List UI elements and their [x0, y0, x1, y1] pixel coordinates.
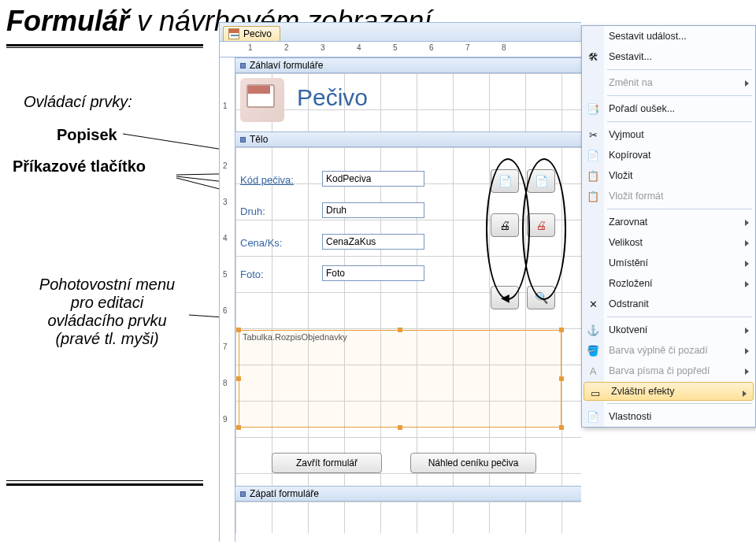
menu-item[interactable]: 📋Vložit	[582, 165, 755, 186]
menu-item-icon: 📑	[586, 102, 600, 116]
subform-control[interactable]: Tabulka.RozpisObjednavky	[239, 330, 561, 428]
menu-item-label: Ukotvení	[609, 324, 647, 335]
text-field[interactable]: CenaZaKus	[322, 234, 424, 250]
section-bar-body[interactable]: Tělo	[235, 131, 581, 147]
section-header-label: Záhlaví formuláře	[250, 60, 323, 71]
text-field[interactable]: Druh	[322, 202, 424, 218]
menu-item[interactable]: 🛠Sestavit...	[582, 46, 755, 67]
section-body-area[interactable]: Kód pečiva: KodPeciva Druh: Druh Cena/Ks…	[235, 147, 581, 486]
ruler-tick: 6	[223, 306, 228, 315]
annotation-command-button: Příkazové tlačítko	[13, 157, 146, 176]
menu-item-label: Sestavit...	[609, 51, 652, 62]
menu-item-label: Zvláštní efekty	[611, 386, 675, 397]
menu-item[interactable]: Rozložení	[582, 273, 755, 294]
menu-item-icon: 📋	[586, 189, 600, 203]
field-label[interactable]: Druh:	[240, 206, 265, 217]
annotation-label: Popisek	[57, 126, 117, 144]
tab-bar: Pecivo	[220, 23, 581, 42]
menu-separator	[607, 121, 752, 122]
menu-item-icon: ✕	[586, 297, 600, 311]
menu-item[interactable]: 📑Pořadí oušek...	[582, 98, 755, 119]
menu-item[interactable]: Sestavit událost...	[582, 26, 755, 46]
menu-item-label: Barva písma či popředí	[609, 365, 710, 376]
menu-item-icon: 📄	[586, 148, 600, 162]
design-canvas[interactable]: Záhlaví formuláře Pečivo Tělo Kód pečiva…	[235, 57, 581, 542]
ruler-tick: 8	[223, 379, 228, 387]
annotation-context-menu: Pohotovostní menu pro editaci ovládacího…	[13, 276, 202, 348]
form-icon	[228, 28, 239, 39]
ruler-tick: 9	[223, 415, 228, 424]
ruler-tick: 1	[223, 102, 228, 110]
menu-item-label: Rozložení	[609, 278, 653, 289]
preview-button[interactable]: Náhled ceníku pečiva	[410, 453, 536, 473]
menu-item[interactable]: Velikost	[582, 232, 755, 253]
menu-item[interactable]: 📄Vlastnosti	[582, 406, 755, 427]
command-button[interactable]: ◀	[491, 286, 519, 309]
menu-item-label: Vložit	[609, 170, 633, 181]
vertical-ruler: 1 2 3 4 5 6 7 8 9	[220, 57, 235, 542]
menu-item-icon: A	[586, 364, 600, 378]
subform-source: Tabulka.RozpisObjednavky	[243, 332, 347, 342]
section-bar-footer[interactable]: Zápatí formuláře	[235, 486, 581, 502]
section-footer-label: Zápatí formuláře	[250, 488, 319, 499]
field-label[interactable]: Kód pečiva:	[240, 174, 294, 186]
section-footer-body[interactable]	[235, 502, 581, 533]
ruler-tick: 4	[223, 234, 228, 243]
ruler-tick: 1	[248, 43, 253, 52]
command-button[interactable]: 📄	[491, 169, 519, 193]
form-title[interactable]: Pečivo	[297, 84, 368, 111]
menu-item[interactable]: 📄Kopírovat	[582, 145, 755, 165]
ruler-tick: 3	[223, 198, 228, 206]
menu-item-label: Sestavit událost...	[609, 31, 687, 42]
text-field[interactable]: KodPeciva	[322, 171, 424, 187]
menu-item-icon: ▭	[588, 386, 602, 400]
menu-item-label: Zarovnat	[609, 217, 647, 228]
context-menu: Sestavit událost...🛠Sestavit...Změnit na…	[581, 25, 756, 428]
annotation-controls-heading: Ovládací prvky:	[24, 93, 132, 111]
close-form-button[interactable]: Zavřít formulář	[272, 453, 382, 473]
menu-item[interactable]: ✕Odstranit	[582, 294, 755, 314]
menu-item: 📋Vložit formát	[582, 186, 755, 206]
section-body-label: Tělo	[250, 134, 268, 145]
field-label[interactable]: Foto:	[240, 268, 264, 280]
menu-item-icon: 📋	[586, 168, 600, 183]
menu-item-icon: ⚓	[586, 323, 600, 337]
menu-item-label: Kopírovat	[609, 150, 651, 161]
menu-item[interactable]: ✂Vyjmout	[582, 124, 755, 145]
menu-separator	[607, 95, 752, 96]
command-button[interactable]: 📄	[527, 169, 555, 193]
menu-item: 🪣Barva výplně či pozadí	[582, 340, 755, 361]
tab-pecivo[interactable]: Pecivo	[223, 26, 280, 41]
menu-item-icon: ✂	[586, 128, 600, 142]
command-button[interactable]: 🔍	[527, 286, 555, 309]
menu-item[interactable]: Zarovnat	[582, 212, 755, 232]
ruler-tick: 8	[502, 43, 506, 52]
menu-item[interactable]: Umístění	[582, 253, 755, 273]
ruler-tick: 7	[465, 43, 470, 52]
menu-item-icon: 🪣	[586, 343, 600, 357]
section-header-body[interactable]: Pečivo	[235, 73, 581, 131]
menu-item-label: Vložit formát	[609, 191, 663, 202]
footer-rule-bottom	[6, 483, 203, 486]
ruler-tick: 2	[223, 161, 228, 170]
menu-item-label: Barva výplně či pozadí	[609, 345, 708, 356]
menu-item-label: Vlastnosti	[609, 411, 651, 422]
ruler-tick: 2	[284, 43, 289, 52]
text-field[interactable]: Foto	[322, 265, 424, 281]
menu-item-label: Pořadí oušek...	[609, 103, 675, 114]
command-button[interactable]: 🖨	[491, 213, 519, 237]
menu-item[interactable]: ⚓Ukotvení	[582, 320, 755, 340]
section-bar-header[interactable]: Záhlaví formuláře	[235, 57, 581, 73]
menu-item-label: Odstranit	[609, 298, 649, 309]
footer-rule-top	[6, 480, 203, 481]
ruler-tick: 6	[429, 43, 434, 52]
menu-item-label: Umístění	[609, 257, 648, 268]
horizontal-ruler: 1 2 3 4 5 6 7 8	[220, 42, 581, 57]
menu-item[interactable]: ▭Zvláštní efekty	[584, 382, 754, 401]
menu-item-label: Změnit na	[609, 77, 653, 88]
section-handle-icon	[240, 491, 246, 497]
command-button[interactable]: 🖨	[527, 213, 555, 237]
field-label[interactable]: Cena/Ks:	[240, 237, 282, 249]
form-logo-icon[interactable]	[240, 78, 284, 122]
title-rule-top	[6, 44, 203, 46]
